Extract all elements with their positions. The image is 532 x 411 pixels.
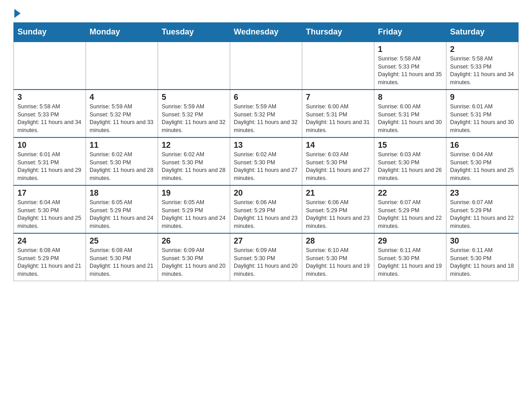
day-info: Sunrise: 6:05 AMSunset: 5:29 PMDaylight:… — [90, 199, 154, 230]
calendar-cell: 30Sunrise: 6:11 AMSunset: 5:30 PMDayligh… — [446, 233, 519, 281]
day-number: 30 — [450, 236, 515, 246]
day-info: Sunrise: 5:59 AMSunset: 5:32 PMDaylight:… — [234, 103, 298, 134]
week-row: 10Sunrise: 6:01 AMSunset: 5:31 PMDayligh… — [14, 137, 519, 185]
calendar-cell: 7Sunrise: 6:00 AMSunset: 5:31 PMDaylight… — [302, 90, 374, 137]
calendar-cell: 3Sunrise: 5:58 AMSunset: 5:33 PMDaylight… — [14, 90, 86, 137]
calendar-cell: 23Sunrise: 6:07 AMSunset: 5:29 PMDayligh… — [446, 185, 519, 233]
day-info: Sunrise: 6:00 AMSunset: 5:31 PMDaylight:… — [306, 103, 370, 134]
calendar-cell: 21Sunrise: 6:06 AMSunset: 5:29 PMDayligh… — [302, 185, 374, 233]
day-info: Sunrise: 6:06 AMSunset: 5:29 PMDaylight:… — [234, 199, 298, 230]
calendar-header-row: SundayMondayTuesdayWednesdayThursdayFrid… — [14, 23, 519, 42]
day-number: 28 — [306, 236, 370, 246]
calendar-cell: 28Sunrise: 6:10 AMSunset: 5:30 PMDayligh… — [302, 233, 374, 281]
day-number: 29 — [378, 236, 442, 246]
day-number: 1 — [378, 45, 442, 54]
day-of-week-header: Tuesday — [158, 23, 230, 42]
day-info: Sunrise: 6:08 AMSunset: 5:29 PMDaylight:… — [17, 247, 82, 278]
calendar-cell — [86, 42, 158, 90]
day-of-week-header: Monday — [86, 23, 158, 42]
day-of-week-header: Friday — [374, 23, 446, 42]
calendar-cell: 1Sunrise: 5:58 AMSunset: 5:33 PMDaylight… — [374, 42, 446, 90]
calendar-cell: 12Sunrise: 6:02 AMSunset: 5:30 PMDayligh… — [158, 137, 230, 185]
day-info: Sunrise: 6:10 AMSunset: 5:30 PMDaylight:… — [306, 247, 370, 278]
day-of-week-header: Thursday — [302, 23, 374, 42]
calendar-cell: 11Sunrise: 6:02 AMSunset: 5:30 PMDayligh… — [86, 137, 158, 185]
calendar-cell — [14, 42, 86, 90]
day-info: Sunrise: 5:59 AMSunset: 5:32 PMDaylight:… — [90, 103, 154, 134]
day-number: 27 — [234, 236, 298, 246]
calendar-cell — [230, 42, 302, 90]
day-number: 12 — [162, 141, 226, 150]
day-of-week-header: Saturday — [446, 23, 519, 42]
day-info: Sunrise: 6:11 AMSunset: 5:30 PMDaylight:… — [378, 247, 442, 278]
calendar-cell: 16Sunrise: 6:04 AMSunset: 5:30 PMDayligh… — [446, 137, 519, 185]
day-number: 26 — [162, 236, 226, 246]
day-number: 19 — [162, 188, 226, 198]
day-info: Sunrise: 6:00 AMSunset: 5:31 PMDaylight:… — [378, 103, 442, 134]
calendar-cell: 8Sunrise: 6:00 AMSunset: 5:31 PMDaylight… — [374, 90, 446, 137]
day-number: 21 — [306, 188, 370, 198]
day-info: Sunrise: 6:07 AMSunset: 5:29 PMDaylight:… — [378, 199, 442, 230]
week-row: 24Sunrise: 6:08 AMSunset: 5:29 PMDayligh… — [14, 233, 519, 281]
day-number: 4 — [90, 93, 154, 102]
day-info: Sunrise: 6:01 AMSunset: 5:31 PMDaylight:… — [17, 151, 82, 182]
day-info: Sunrise: 6:06 AMSunset: 5:29 PMDaylight:… — [306, 199, 370, 230]
logo — [13, 9, 21, 18]
calendar-cell: 26Sunrise: 6:09 AMSunset: 5:30 PMDayligh… — [158, 233, 230, 281]
day-number: 14 — [306, 141, 370, 150]
day-info: Sunrise: 6:05 AMSunset: 5:29 PMDaylight:… — [162, 199, 226, 230]
day-number: 23 — [450, 188, 515, 198]
week-row: 3Sunrise: 5:58 AMSunset: 5:33 PMDaylight… — [14, 90, 519, 137]
day-number: 24 — [17, 236, 82, 246]
calendar-cell: 4Sunrise: 5:59 AMSunset: 5:32 PMDaylight… — [86, 90, 158, 137]
day-info: Sunrise: 5:58 AMSunset: 5:33 PMDaylight:… — [378, 55, 442, 86]
day-info: Sunrise: 5:58 AMSunset: 5:33 PMDaylight:… — [17, 103, 82, 134]
day-info: Sunrise: 6:08 AMSunset: 5:30 PMDaylight:… — [90, 247, 154, 278]
day-info: Sunrise: 6:04 AMSunset: 5:30 PMDaylight:… — [450, 151, 515, 182]
calendar-cell: 15Sunrise: 6:03 AMSunset: 5:30 PMDayligh… — [374, 137, 446, 185]
day-number: 17 — [17, 188, 82, 198]
day-number: 3 — [17, 93, 82, 102]
calendar-cell: 25Sunrise: 6:08 AMSunset: 5:30 PMDayligh… — [86, 233, 158, 281]
calendar-cell: 6Sunrise: 5:59 AMSunset: 5:32 PMDaylight… — [230, 90, 302, 137]
day-number: 6 — [234, 93, 298, 102]
week-row: 17Sunrise: 6:04 AMSunset: 5:30 PMDayligh… — [14, 185, 519, 233]
day-of-week-header: Wednesday — [230, 23, 302, 42]
day-number: 8 — [378, 93, 442, 102]
day-number: 13 — [234, 141, 298, 150]
calendar-cell: 18Sunrise: 6:05 AMSunset: 5:29 PMDayligh… — [86, 185, 158, 233]
week-row: 1Sunrise: 5:58 AMSunset: 5:33 PMDaylight… — [14, 42, 519, 90]
day-number: 16 — [450, 141, 515, 150]
day-number: 2 — [450, 45, 515, 54]
day-info: Sunrise: 6:01 AMSunset: 5:31 PMDaylight:… — [450, 103, 515, 134]
day-number: 5 — [162, 93, 226, 102]
calendar-table: SundayMondayTuesdayWednesdayThursdayFrid… — [13, 22, 519, 281]
calendar-cell: 17Sunrise: 6:04 AMSunset: 5:30 PMDayligh… — [14, 185, 86, 233]
page-header — [13, 9, 519, 18]
day-info: Sunrise: 6:03 AMSunset: 5:30 PMDaylight:… — [306, 151, 370, 182]
logo-arrow-icon — [14, 9, 21, 18]
calendar-cell: 22Sunrise: 6:07 AMSunset: 5:29 PMDayligh… — [374, 185, 446, 233]
calendar-cell: 19Sunrise: 6:05 AMSunset: 5:29 PMDayligh… — [158, 185, 230, 233]
day-info: Sunrise: 6:09 AMSunset: 5:30 PMDaylight:… — [234, 247, 298, 278]
day-info: Sunrise: 6:07 AMSunset: 5:29 PMDaylight:… — [450, 199, 515, 230]
day-info: Sunrise: 6:02 AMSunset: 5:30 PMDaylight:… — [234, 151, 298, 182]
day-number: 22 — [378, 188, 442, 198]
day-number: 25 — [90, 236, 154, 246]
day-number: 20 — [234, 188, 298, 198]
day-number: 11 — [90, 141, 154, 150]
day-info: Sunrise: 6:09 AMSunset: 5:30 PMDaylight:… — [162, 247, 226, 278]
calendar-cell — [158, 42, 230, 90]
day-number: 10 — [17, 141, 82, 150]
day-info: Sunrise: 6:11 AMSunset: 5:30 PMDaylight:… — [450, 247, 515, 278]
day-info: Sunrise: 5:58 AMSunset: 5:33 PMDaylight:… — [450, 55, 515, 86]
calendar-cell: 24Sunrise: 6:08 AMSunset: 5:29 PMDayligh… — [14, 233, 86, 281]
day-info: Sunrise: 5:59 AMSunset: 5:32 PMDaylight:… — [162, 103, 226, 134]
calendar-cell: 10Sunrise: 6:01 AMSunset: 5:31 PMDayligh… — [14, 137, 86, 185]
day-info: Sunrise: 6:04 AMSunset: 5:30 PMDaylight:… — [17, 199, 82, 230]
day-number: 15 — [378, 141, 442, 150]
calendar-cell: 9Sunrise: 6:01 AMSunset: 5:31 PMDaylight… — [446, 90, 519, 137]
day-info: Sunrise: 6:02 AMSunset: 5:30 PMDaylight:… — [162, 151, 226, 182]
day-info: Sunrise: 6:02 AMSunset: 5:30 PMDaylight:… — [90, 151, 154, 182]
calendar-cell: 14Sunrise: 6:03 AMSunset: 5:30 PMDayligh… — [302, 137, 374, 185]
